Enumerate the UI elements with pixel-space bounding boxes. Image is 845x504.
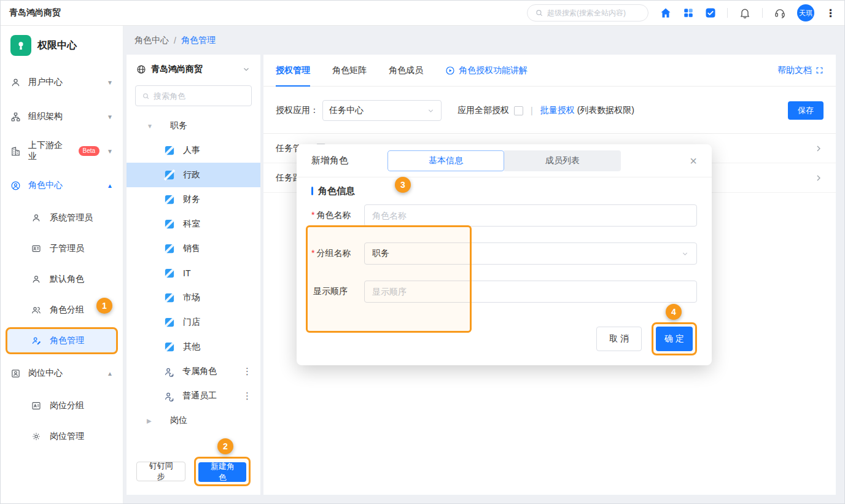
- modal-tab-member-list[interactable]: 成员列表: [504, 150, 621, 171]
- tree-item[interactable]: 科室: [127, 212, 260, 236]
- tree-group-label: 岗位: [170, 415, 187, 426]
- app-title: 权限中心: [37, 39, 77, 52]
- global-search[interactable]: [527, 4, 648, 21]
- chevron-down-icon: ▼: [107, 148, 113, 155]
- tree-item[interactable]: 人事: [127, 138, 260, 163]
- sidebar-item-label: 组织架构: [28, 111, 63, 122]
- batch-auth-note: (列表数据权限): [577, 105, 634, 116]
- sidebar-item-partner-enterprise[interactable]: 上下游企业 Beta ▼: [1, 134, 123, 168]
- auth-app-label: 授权应用：: [276, 105, 319, 116]
- tree-group-duty[interactable]: ▼ 职务: [127, 114, 260, 138]
- close-icon[interactable]: ×: [690, 155, 697, 167]
- tab-auth-manage[interactable]: 授权管理: [276, 55, 310, 87]
- tree-item[interactable]: 销售: [127, 236, 260, 261]
- tree-item[interactable]: IT: [127, 261, 260, 285]
- sidebar-item-user-center[interactable]: 用户中心 ▼: [1, 65, 123, 99]
- admin-person-icon: [31, 213, 41, 223]
- display-order-input[interactable]: [364, 281, 697, 303]
- tasks-icon[interactable]: [705, 7, 716, 18]
- batch-auth-link[interactable]: 批量授权: [540, 105, 575, 116]
- modal-tab-basic-info[interactable]: 基本信息: [387, 150, 504, 171]
- breadcrumb-current: 角色管理: [181, 35, 216, 46]
- tree-item[interactable]: 财务: [127, 187, 260, 212]
- role-search[interactable]: [135, 85, 252, 106]
- global-search-input[interactable]: [547, 9, 641, 17]
- tree-item-special-role[interactable]: 专属角色 ⋮: [127, 359, 260, 384]
- sidebar-item-post-group[interactable]: 岗位分组: [1, 390, 123, 421]
- dept-tag-icon: [164, 169, 175, 180]
- more-actions-icon[interactable]: ⋮: [243, 390, 252, 401]
- user-avatar[interactable]: 天琪: [797, 4, 814, 21]
- sidebar-item-sub-admin[interactable]: 子管理员: [1, 233, 123, 264]
- home-icon[interactable]: [660, 7, 672, 19]
- group-name-value: 职务: [372, 248, 681, 259]
- breadcrumb-separator: /: [174, 36, 176, 45]
- sidebar-item-post-center[interactable]: 岗位中心 ▲: [1, 356, 123, 390]
- all-grant-checkbox[interactable]: [514, 106, 523, 115]
- field-role-name: *角色名称: [311, 204, 697, 227]
- sidebar-item-label: 岗位中心: [28, 368, 63, 379]
- save-button[interactable]: 保存: [788, 101, 824, 120]
- tab-role-members[interactable]: 角色成员: [389, 55, 423, 87]
- tree-item[interactable]: 门店: [127, 310, 260, 335]
- sidebar-item-role-manage[interactable]: 角色管理: [6, 327, 118, 354]
- sidebar-item-label: 子管理员: [50, 243, 84, 254]
- customer-service-icon[interactable]: [774, 7, 786, 19]
- tree-item-label: 其他: [183, 341, 200, 352]
- tab-role-matrix[interactable]: 角色矩阵: [332, 55, 367, 87]
- tree-item-label: 普通员工: [182, 390, 217, 401]
- required-star: *: [311, 248, 314, 258]
- cancel-button[interactable]: 取 消: [596, 327, 642, 351]
- chevron-right-icon[interactable]: [814, 144, 824, 153]
- tab-role-auth-video[interactable]: 角色授权功能讲解: [445, 65, 528, 76]
- app-header: 权限中心: [1, 26, 123, 65]
- more-menu-icon[interactable]: ⋮: [825, 8, 836, 18]
- dingtalk-sync-button[interactable]: 钉钉同步: [136, 462, 185, 481]
- breadcrumb-parent[interactable]: 角色中心: [134, 35, 169, 46]
- role-name-input[interactable]: [364, 204, 697, 227]
- sidebar-item-org-structure[interactable]: 组织架构 ▼: [1, 99, 123, 134]
- tree-item-label: 销售: [183, 243, 200, 254]
- chevron-down-icon: [427, 107, 435, 115]
- tree-item[interactable]: 其他: [127, 335, 260, 359]
- create-role-button[interactable]: 新建角色: [198, 462, 246, 482]
- apps-grid-icon[interactable]: [683, 7, 694, 18]
- tree-item[interactable]: 市场: [127, 285, 260, 310]
- chevron-right-icon[interactable]: [814, 173, 824, 183]
- auth-app-select[interactable]: 任务中心: [322, 100, 442, 121]
- auth-controls: 授权应用： 任务中心 应用全部授权 | 批量授权 (列表数据权限) 保存: [263, 87, 836, 134]
- tree-footer: 钉钉同步 新建角色: [127, 451, 260, 495]
- role-person-icon: [164, 366, 174, 377]
- field-label: *分组名称: [311, 248, 364, 259]
- tree-item-common-staff[interactable]: 普通员工 ⋮: [127, 384, 260, 408]
- new-role-modal: 新增角色 基本信息 成员列表 × 角色信息 *角色名称 *分组名称 职务 显示顺: [297, 144, 712, 365]
- play-circle-icon: [445, 66, 455, 76]
- tree-item-label: 专属角色: [182, 366, 217, 377]
- annotation-step-4: 4: [666, 304, 682, 320]
- dept-tag-icon: [164, 145, 175, 156]
- group-name-select[interactable]: 职务: [364, 242, 697, 265]
- role-search-input[interactable]: [154, 91, 262, 101]
- notification-icon[interactable]: [739, 7, 751, 19]
- beta-badge: Beta: [79, 146, 100, 156]
- sidebar-item-role-center[interactable]: 角色中心 ▲: [1, 168, 123, 203]
- gear-icon: [31, 432, 41, 441]
- dept-tag-icon: [164, 268, 175, 279]
- id-card-icon: [31, 244, 41, 254]
- caret-down-icon: ▼: [147, 123, 154, 130]
- org-header[interactable]: 青岛鸿尚商贸: [127, 55, 260, 84]
- confirm-button[interactable]: 确 定: [656, 327, 693, 351]
- search-icon: [535, 9, 543, 17]
- main-tabs: 授权管理 角色矩阵 角色成员 角色授权功能讲解 帮助文档: [263, 55, 836, 87]
- chevron-down-icon[interactable]: [242, 65, 251, 74]
- sidebar-item-default-role[interactable]: 默认角色: [1, 264, 123, 295]
- sidebar-item-label: 角色分组: [50, 304, 84, 316]
- tree-group-post[interactable]: ▶ 岗位: [127, 408, 260, 433]
- annotation-box-create-role: 新建角色: [194, 457, 251, 486]
- sidebar-item-system-admin[interactable]: 系统管理员: [1, 203, 123, 233]
- more-actions-icon[interactable]: ⋮: [243, 366, 252, 377]
- help-doc-link[interactable]: 帮助文档: [777, 65, 824, 76]
- tree-item-selected[interactable]: 行政: [127, 163, 260, 187]
- sidebar-item-post-manage[interactable]: 岗位管理: [1, 421, 123, 452]
- post-group-icon: [31, 401, 41, 411]
